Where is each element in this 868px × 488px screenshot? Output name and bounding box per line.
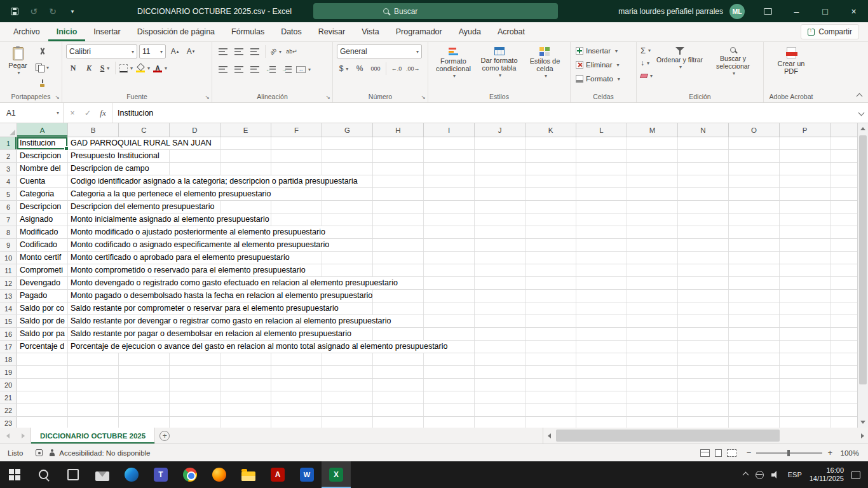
cell-D21[interactable] [170, 391, 220, 403]
name-box[interactable]: A1 [0, 103, 64, 123]
cell-P20[interactable] [780, 379, 831, 391]
cell-K18[interactable] [526, 353, 576, 365]
column-header-M[interactable]: M [627, 123, 678, 137]
cell-H6[interactable] [373, 201, 424, 213]
formula-input[interactable]: Institucion [112, 103, 854, 123]
horizontal-scroll-track[interactable] [555, 428, 857, 444]
tab-fórmulas[interactable]: Fórmulas [223, 22, 273, 41]
cell-M14[interactable] [627, 302, 678, 315]
scroll-down-icon[interactable] [858, 417, 868, 428]
cell-N4[interactable] [678, 175, 729, 187]
cancel-icon[interactable]: × [65, 105, 80, 121]
cell-O9[interactable] [729, 239, 780, 251]
select-all-corner[interactable] [0, 123, 17, 137]
cell-M18[interactable] [627, 353, 678, 365]
cell-J11[interactable] [475, 264, 526, 276]
cell-A7[interactable]: Asignado [17, 214, 68, 226]
cell-O18[interactable] [729, 353, 780, 365]
cell-I23[interactable] [424, 417, 475, 428]
cell-A8[interactable]: Modificado [17, 226, 68, 238]
cell-P11[interactable] [780, 264, 831, 276]
tab-datos[interactable]: Datos [273, 22, 310, 41]
cell-K7[interactable] [526, 214, 576, 226]
cell-M5[interactable] [627, 188, 678, 200]
cell-I20[interactable] [424, 379, 475, 391]
cell-M1[interactable] [627, 137, 678, 149]
decrease-font-button[interactable]: A▾ [184, 44, 198, 58]
cell-L12[interactable] [576, 277, 627, 289]
cell-A14[interactable]: Saldo por co [17, 302, 68, 315]
cell-E19[interactable] [220, 366, 271, 378]
cell-A21[interactable] [17, 391, 68, 403]
format-cells-button[interactable]: Formato [574, 72, 632, 85]
column-header-C[interactable]: C [119, 123, 170, 137]
cell-I2[interactable] [424, 150, 475, 162]
taskbar-excel-button[interactable] [322, 461, 351, 488]
cell-L23[interactable] [576, 417, 627, 428]
cell-G20[interactable] [322, 379, 373, 391]
cell-G21[interactable] [322, 391, 373, 403]
decrease-decimal-button[interactable]: .00→ [405, 62, 421, 76]
row-header-15[interactable]: 15 [0, 315, 17, 327]
cell-N10[interactable] [678, 252, 729, 264]
underline-button[interactable]: S [98, 61, 112, 75]
cell-C22[interactable] [119, 404, 170, 416]
taskbar-edge-button[interactable] [117, 461, 146, 488]
cell-B19[interactable] [68, 366, 119, 378]
alignment-dialog-launcher-icon[interactable]: ↘ [325, 94, 330, 100]
taskbar-teams-button[interactable] [146, 461, 175, 488]
undo-icon[interactable]: ↺ [25, 3, 42, 20]
cell-L16[interactable] [576, 328, 627, 340]
cell-H8[interactable] [373, 226, 424, 238]
taskbar-firefox-button[interactable] [205, 461, 234, 488]
page-layout-view-icon[interactable] [715, 449, 722, 457]
cell-H21[interactable] [373, 391, 424, 403]
cell-H13[interactable] [373, 290, 424, 302]
align-bottom-button[interactable] [248, 44, 262, 58]
add-sheet-button[interactable]: + [155, 428, 174, 444]
cell-K14[interactable] [526, 302, 576, 315]
cell-G5[interactable] [322, 188, 373, 200]
cell-O19[interactable] [729, 366, 780, 378]
fill-color-button[interactable] [135, 61, 151, 75]
cell-I11[interactable] [424, 264, 475, 276]
cell-B22[interactable] [68, 404, 119, 416]
align-center-button[interactable] [232, 62, 246, 76]
cell-O2[interactable] [729, 150, 780, 162]
column-header-F[interactable]: F [271, 123, 322, 137]
volume-icon[interactable] [771, 471, 780, 478]
zoom-out-icon[interactable]: − [742, 448, 757, 458]
cell-M12[interactable] [627, 277, 678, 289]
cell-N23[interactable] [678, 417, 729, 428]
row-header-10[interactable]: 10 [0, 252, 17, 264]
cell-K16[interactable] [526, 328, 576, 340]
cell-G8[interactable] [322, 226, 373, 238]
taskbar-chrome-button[interactable] [175, 461, 205, 488]
cell-P17[interactable] [780, 341, 831, 353]
cell-N9[interactable] [678, 239, 729, 251]
cell-J7[interactable] [475, 214, 526, 226]
redo-icon[interactable]: ↻ [44, 3, 61, 20]
cell-H2[interactable] [373, 150, 424, 162]
row-header-23[interactable]: 23 [0, 417, 17, 428]
cell-G19[interactable] [322, 366, 373, 378]
cell-I18[interactable] [424, 353, 475, 365]
comma-format-button[interactable]: 000 [369, 62, 383, 76]
column-header-K[interactable]: K [526, 123, 576, 137]
cell-J17[interactable] [475, 341, 526, 353]
increase-font-button[interactable]: A▴ [168, 44, 182, 58]
format-painter-button[interactable] [35, 76, 50, 90]
zoom-level[interactable]: 100% [837, 449, 868, 457]
cell-M10[interactable] [627, 252, 678, 264]
borders-button[interactable] [119, 61, 133, 75]
tab-inicio[interactable]: Inicio [48, 22, 86, 41]
cell-N8[interactable] [678, 226, 729, 238]
scroll-left-icon[interactable] [543, 428, 555, 444]
cell-E1[interactable] [220, 137, 271, 149]
cell-G10[interactable] [322, 252, 373, 264]
cell-D23[interactable] [170, 417, 220, 428]
cell-O21[interactable] [729, 391, 780, 403]
cell-O6[interactable] [729, 201, 780, 213]
cell-J22[interactable] [475, 404, 526, 416]
cell-I13[interactable] [424, 290, 475, 302]
